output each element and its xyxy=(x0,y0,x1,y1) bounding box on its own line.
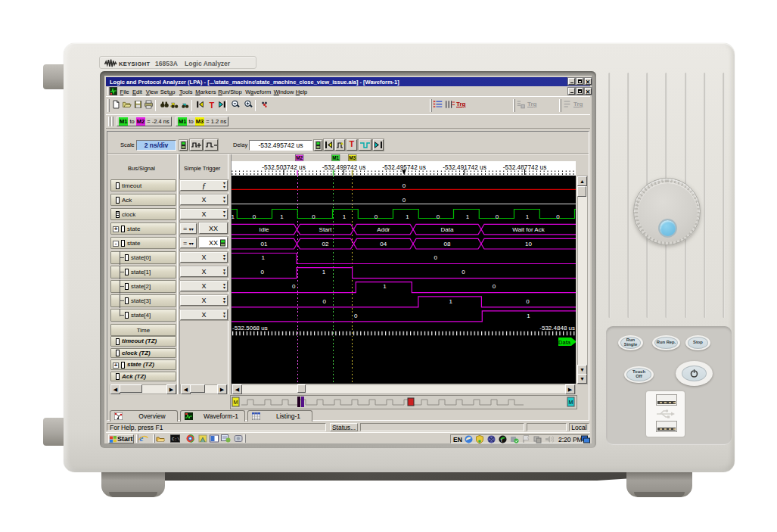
svg-text:1: 1 xyxy=(343,213,347,220)
svg-text:1: 1 xyxy=(280,213,284,220)
svg-text:0: 0 xyxy=(261,269,265,275)
svg-text:08: 08 xyxy=(444,241,451,247)
svg-text:Idle: Idle xyxy=(260,226,269,233)
svg-text:0: 0 xyxy=(354,313,358,319)
svg-text:0: 0 xyxy=(462,269,465,275)
svg-text:04: 04 xyxy=(380,241,387,247)
svg-text:M1: M1 xyxy=(332,155,339,160)
svg-text:1: 1 xyxy=(527,313,530,319)
svg-text:0: 0 xyxy=(253,213,256,220)
svg-text:1: 1 xyxy=(261,254,265,261)
svg-text:M3: M3 xyxy=(349,155,356,160)
svg-text:Addr: Addr xyxy=(377,226,390,233)
svg-text:Data: Data xyxy=(441,226,454,233)
svg-text:0: 0 xyxy=(312,213,315,220)
svg-text:1: 1 xyxy=(449,298,453,305)
svg-text:0: 0 xyxy=(556,213,560,220)
svg-text:10: 10 xyxy=(525,241,532,247)
svg-text:M2: M2 xyxy=(296,155,303,160)
svg-text:1: 1 xyxy=(466,213,470,220)
svg-text:0: 0 xyxy=(375,213,378,220)
svg-text:1: 1 xyxy=(232,213,235,220)
svg-text:0: 0 xyxy=(526,298,530,305)
svg-text:Wait for Ack: Wait for Ack xyxy=(512,226,545,233)
svg-text:0: 0 xyxy=(434,254,438,261)
svg-text:0: 0 xyxy=(493,283,496,290)
svg-text:C:\: C:\ xyxy=(172,437,180,442)
svg-text:Data: Data xyxy=(558,339,571,346)
svg-text:1: 1 xyxy=(526,213,530,220)
svg-text:0: 0 xyxy=(323,298,327,305)
svg-text:M: M xyxy=(569,400,573,405)
svg-text:01: 01 xyxy=(261,241,268,247)
svg-text:1: 1 xyxy=(406,213,409,220)
svg-text:0: 0 xyxy=(496,213,499,220)
svg-text:0: 0 xyxy=(402,197,406,204)
svg-text:1: 1 xyxy=(322,269,326,275)
svg-text:02: 02 xyxy=(322,241,329,247)
svg-text:0: 0 xyxy=(437,213,440,220)
svg-text:0: 0 xyxy=(292,283,296,290)
svg-text:-532.4848 us: -532.4848 us xyxy=(539,325,575,331)
svg-text:-532.5068 us: -532.5068 us xyxy=(232,325,268,331)
svg-text:1: 1 xyxy=(383,283,387,290)
svg-text:0: 0 xyxy=(402,182,406,189)
svg-text:Start: Start xyxy=(319,226,333,233)
svg-text:M: M xyxy=(234,400,238,405)
